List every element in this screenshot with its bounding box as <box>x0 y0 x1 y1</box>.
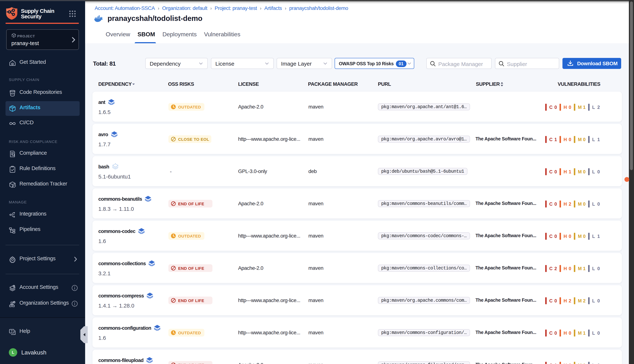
svg-text:?: ? <box>11 329 13 333</box>
